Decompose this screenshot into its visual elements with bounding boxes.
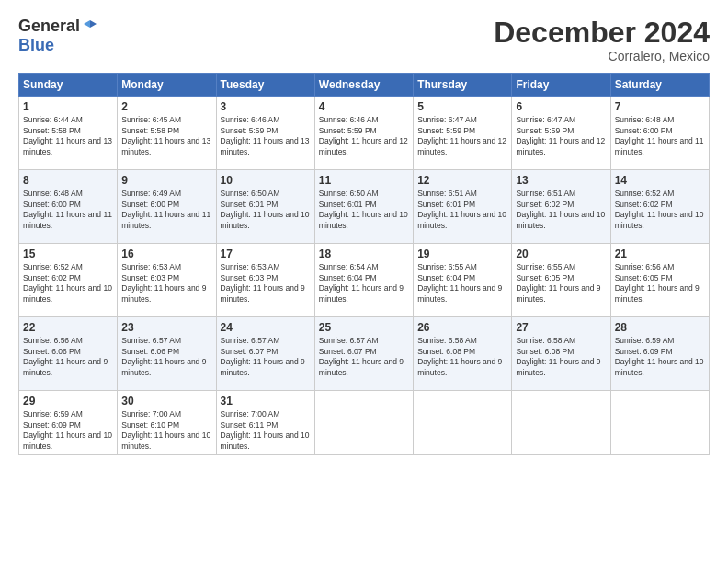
- calendar-header-friday: Friday: [512, 74, 610, 97]
- day-number: 11: [319, 174, 409, 187]
- month-title: December 2024: [494, 17, 710, 49]
- day-number: 14: [615, 174, 705, 187]
- calendar-cell: [610, 391, 709, 455]
- day-info: Sunrise: 6:46 AMSunset: 5:59 PMDaylight:…: [319, 115, 409, 157]
- calendar-cell: 27Sunrise: 6:58 AMSunset: 6:08 PMDayligh…: [512, 317, 610, 391]
- calendar-cell: 1Sunrise: 6:44 AMSunset: 5:58 PMDaylight…: [19, 97, 118, 170]
- calendar-header-row: SundayMondayTuesdayWednesdayThursdayFrid…: [19, 74, 710, 97]
- calendar-cell: 26Sunrise: 6:58 AMSunset: 6:08 PMDayligh…: [414, 317, 512, 391]
- day-info: Sunrise: 6:54 AMSunset: 6:04 PMDaylight:…: [319, 262, 409, 304]
- calendar-header-wednesday: Wednesday: [314, 74, 413, 97]
- calendar-cell: 16Sunrise: 6:53 AMSunset: 6:03 PMDayligh…: [118, 244, 216, 317]
- day-info: Sunrise: 6:46 AMSunset: 5:59 PMDaylight:…: [221, 115, 311, 157]
- logo-flag-icon: [82, 18, 98, 35]
- day-number: 22: [23, 321, 113, 334]
- day-number: 15: [23, 247, 113, 260]
- calendar-cell: 19Sunrise: 6:55 AMSunset: 6:04 PMDayligh…: [414, 244, 512, 317]
- day-info: Sunrise: 6:58 AMSunset: 6:08 PMDaylight:…: [516, 336, 606, 378]
- calendar-cell: 9Sunrise: 6:49 AMSunset: 6:00 PMDaylight…: [118, 170, 216, 244]
- calendar-cell: 14Sunrise: 6:52 AMSunset: 6:02 PMDayligh…: [610, 170, 709, 244]
- calendar-cell: 8Sunrise: 6:48 AMSunset: 6:00 PMDaylight…: [19, 170, 118, 244]
- day-number: 4: [319, 100, 409, 113]
- calendar-cell: 7Sunrise: 6:48 AMSunset: 6:00 PMDaylight…: [610, 97, 709, 170]
- day-info: Sunrise: 6:59 AMSunset: 6:09 PMDaylight:…: [615, 336, 705, 378]
- calendar-cell: [512, 391, 610, 455]
- day-number: 23: [121, 321, 211, 334]
- calendar-table: SundayMondayTuesdayWednesdayThursdayFrid…: [18, 73, 710, 455]
- calendar-cell: 13Sunrise: 6:51 AMSunset: 6:02 PMDayligh…: [512, 170, 610, 244]
- day-number: 19: [417, 247, 507, 260]
- day-info: Sunrise: 6:55 AMSunset: 6:05 PMDaylight:…: [516, 262, 606, 304]
- location: Corralero, Mexico: [494, 49, 710, 63]
- logo: General Blue: [18, 17, 98, 55]
- day-info: Sunrise: 6:48 AMSunset: 6:00 PMDaylight:…: [23, 189, 113, 231]
- calendar-cell: 4Sunrise: 6:46 AMSunset: 5:59 PMDaylight…: [314, 97, 413, 170]
- calendar-cell: 23Sunrise: 6:57 AMSunset: 6:06 PMDayligh…: [118, 317, 216, 391]
- title-block: December 2024 Corralero, Mexico: [494, 17, 710, 63]
- calendar-cell: 5Sunrise: 6:47 AMSunset: 5:59 PMDaylight…: [414, 97, 512, 170]
- logo-general: General: [18, 17, 80, 36]
- day-info: Sunrise: 6:52 AMSunset: 6:02 PMDaylight:…: [615, 189, 705, 231]
- day-number: 6: [516, 100, 606, 113]
- header: General Blue December 2024 Corralero, Me…: [18, 17, 710, 63]
- day-info: Sunrise: 6:48 AMSunset: 6:00 PMDaylight:…: [615, 115, 705, 157]
- day-number: 24: [221, 321, 311, 334]
- day-number: 9: [121, 174, 211, 187]
- day-info: Sunrise: 6:52 AMSunset: 6:02 PMDaylight:…: [23, 262, 113, 304]
- svg-marker-1: [84, 20, 90, 28]
- day-number: 5: [417, 100, 507, 113]
- calendar-header-monday: Monday: [118, 74, 216, 97]
- calendar-week-row: 29Sunrise: 6:59 AMSunset: 6:09 PMDayligh…: [19, 391, 710, 455]
- calendar-cell: 21Sunrise: 6:56 AMSunset: 6:05 PMDayligh…: [610, 244, 709, 317]
- calendar-cell: [314, 391, 413, 455]
- day-info: Sunrise: 6:56 AMSunset: 6:06 PMDaylight:…: [23, 336, 113, 378]
- day-info: Sunrise: 6:44 AMSunset: 5:58 PMDaylight:…: [23, 115, 113, 157]
- day-info: Sunrise: 6:51 AMSunset: 6:02 PMDaylight:…: [516, 189, 606, 231]
- day-info: Sunrise: 6:51 AMSunset: 6:01 PMDaylight:…: [417, 189, 507, 231]
- day-info: Sunrise: 6:50 AMSunset: 6:01 PMDaylight:…: [319, 189, 409, 231]
- day-number: 21: [615, 247, 705, 260]
- page: General Blue December 2024 Corralero, Me…: [0, 0, 728, 563]
- day-info: Sunrise: 7:00 AMSunset: 6:10 PMDaylight:…: [121, 409, 211, 452]
- calendar-header-tuesday: Tuesday: [216, 74, 314, 97]
- calendar-week-row: 15Sunrise: 6:52 AMSunset: 6:02 PMDayligh…: [19, 244, 710, 317]
- day-number: 28: [615, 321, 705, 334]
- calendar-cell: 29Sunrise: 6:59 AMSunset: 6:09 PMDayligh…: [19, 391, 118, 455]
- logo-blue: Blue: [18, 36, 54, 55]
- day-number: 17: [221, 247, 311, 260]
- calendar-cell: 17Sunrise: 6:53 AMSunset: 6:03 PMDayligh…: [216, 244, 314, 317]
- calendar-cell: 15Sunrise: 6:52 AMSunset: 6:02 PMDayligh…: [19, 244, 118, 317]
- day-number: 12: [417, 174, 507, 187]
- calendar-cell: 12Sunrise: 6:51 AMSunset: 6:01 PMDayligh…: [414, 170, 512, 244]
- day-info: Sunrise: 6:53 AMSunset: 6:03 PMDaylight:…: [221, 262, 311, 304]
- calendar-week-row: 1Sunrise: 6:44 AMSunset: 5:58 PMDaylight…: [19, 97, 710, 170]
- calendar-header-saturday: Saturday: [610, 74, 709, 97]
- day-info: Sunrise: 6:53 AMSunset: 6:03 PMDaylight:…: [121, 262, 211, 304]
- day-number: 27: [516, 321, 606, 334]
- day-info: Sunrise: 7:00 AMSunset: 6:11 PMDaylight:…: [221, 409, 311, 452]
- day-number: 29: [23, 395, 113, 408]
- day-info: Sunrise: 6:56 AMSunset: 6:05 PMDaylight:…: [615, 262, 705, 304]
- calendar-header-sunday: Sunday: [19, 74, 118, 97]
- day-number: 20: [516, 247, 606, 260]
- day-info: Sunrise: 6:57 AMSunset: 6:07 PMDaylight:…: [221, 336, 311, 378]
- calendar-cell: 25Sunrise: 6:57 AMSunset: 6:07 PMDayligh…: [314, 317, 413, 391]
- day-info: Sunrise: 6:45 AMSunset: 5:58 PMDaylight:…: [121, 115, 211, 157]
- day-info: Sunrise: 6:47 AMSunset: 5:59 PMDaylight:…: [417, 115, 507, 157]
- day-info: Sunrise: 6:49 AMSunset: 6:00 PMDaylight:…: [121, 189, 211, 231]
- day-number: 30: [121, 395, 211, 408]
- calendar-cell: 10Sunrise: 6:50 AMSunset: 6:01 PMDayligh…: [216, 170, 314, 244]
- day-number: 16: [121, 247, 211, 260]
- day-number: 18: [319, 247, 409, 260]
- day-number: 25: [319, 321, 409, 334]
- calendar-cell: 24Sunrise: 6:57 AMSunset: 6:07 PMDayligh…: [216, 317, 314, 391]
- calendar-cell: 28Sunrise: 6:59 AMSunset: 6:09 PMDayligh…: [610, 317, 709, 391]
- day-info: Sunrise: 6:57 AMSunset: 6:06 PMDaylight:…: [121, 336, 211, 378]
- day-info: Sunrise: 6:59 AMSunset: 6:09 PMDaylight:…: [23, 409, 113, 452]
- calendar-cell: 20Sunrise: 6:55 AMSunset: 6:05 PMDayligh…: [512, 244, 610, 317]
- day-number: 26: [417, 321, 507, 334]
- calendar-cell: 2Sunrise: 6:45 AMSunset: 5:58 PMDaylight…: [118, 97, 216, 170]
- day-info: Sunrise: 6:58 AMSunset: 6:08 PMDaylight:…: [417, 336, 507, 378]
- day-number: 2: [121, 100, 211, 113]
- svg-marker-0: [90, 20, 97, 28]
